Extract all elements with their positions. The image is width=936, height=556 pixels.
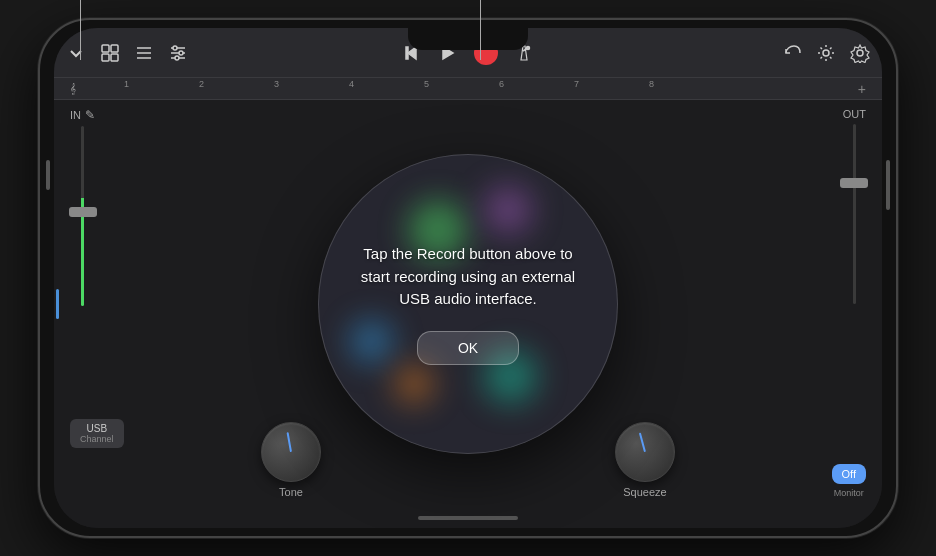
home-indicator [54, 508, 882, 528]
screen: 𝄞 1 2 3 4 5 6 7 8 + IN ✎ [54, 28, 882, 528]
annotation-line-center [480, 0, 481, 60]
ruler-mark-8: 8 [649, 79, 654, 89]
svg-rect-1 [111, 45, 118, 52]
ruler-mark-3: 3 [274, 79, 279, 89]
sliders-icon[interactable] [168, 43, 188, 63]
orb-purple [483, 185, 533, 235]
phone-frame: 𝄞 1 2 3 4 5 6 7 8 + IN ✎ [38, 18, 898, 538]
list-icon[interactable] [134, 43, 154, 63]
svg-rect-14 [406, 47, 408, 59]
power-button[interactable] [886, 160, 890, 210]
undo-icon[interactable] [782, 43, 802, 63]
svg-rect-0 [102, 45, 109, 52]
svg-rect-3 [111, 54, 118, 61]
settings-icon[interactable] [850, 43, 870, 63]
svg-rect-2 [102, 54, 109, 61]
notch [408, 28, 528, 50]
ruler-mark-2: 2 [199, 79, 204, 89]
svg-point-10 [179, 51, 183, 55]
brightness-icon[interactable] [816, 43, 836, 63]
toolbar-left-group [66, 43, 334, 63]
dialog-ok-button[interactable]: OK [417, 331, 519, 365]
volume-button[interactable] [46, 160, 50, 190]
svg-point-12 [175, 56, 179, 60]
annotation-line-left [80, 0, 81, 60]
grid-icon[interactable] [100, 43, 120, 63]
ruler-mark-6: 6 [499, 79, 504, 89]
ruler-mark-7: 7 [574, 79, 579, 89]
ruler-add-button[interactable]: + [858, 81, 866, 97]
svg-point-28 [857, 50, 863, 56]
svg-point-8 [173, 46, 177, 50]
svg-point-19 [823, 50, 829, 56]
ruler: 𝄞 1 2 3 4 5 6 7 8 + [54, 78, 882, 100]
home-bar [418, 516, 518, 520]
orb-orange [394, 364, 434, 404]
ruler-start: 𝄞 [70, 83, 76, 95]
svg-line-26 [830, 47, 832, 49]
svg-line-25 [830, 57, 832, 59]
svg-point-18 [527, 46, 530, 49]
svg-line-27 [821, 57, 823, 59]
dialog-message: Tap the Record button above to start rec… [349, 243, 587, 311]
svg-line-24 [821, 47, 823, 49]
ruler-mark-1: 1 [124, 79, 129, 89]
orb-blue [349, 319, 394, 364]
dialog-overlay: Tap the Record button above to start rec… [54, 100, 882, 508]
ruler-mark-4: 4 [349, 79, 354, 89]
dropdown-icon[interactable] [66, 43, 86, 63]
ruler-mark-5: 5 [424, 79, 429, 89]
main-content: IN ✎ OUT USB [54, 100, 882, 508]
dialog-circle: Tap the Record button above to start rec… [318, 154, 618, 454]
toolbar-right-group [602, 43, 870, 63]
